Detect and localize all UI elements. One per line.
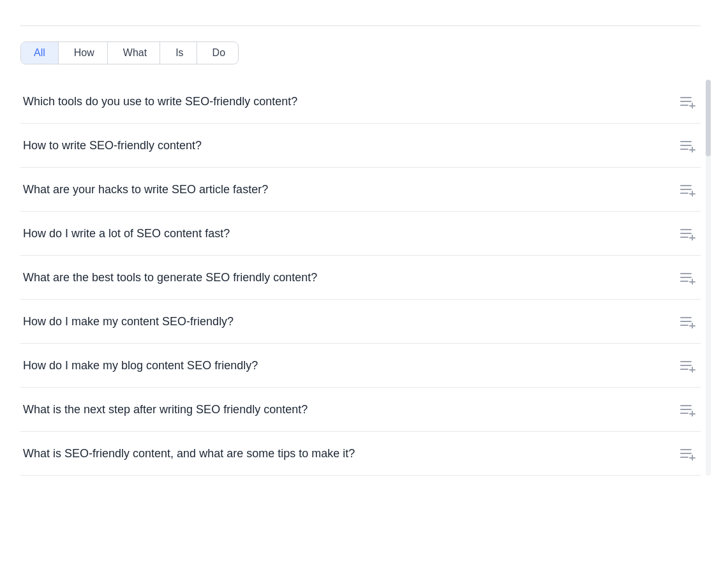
question-text: What are the best tools to generate SEO … bbox=[23, 271, 667, 284]
question-text: What is the next step after writing SEO … bbox=[23, 403, 667, 416]
question-text: How do I write a lot of SEO content fast… bbox=[23, 227, 667, 240]
add-to-list-icon[interactable] bbox=[678, 401, 698, 418]
scrollbar[interactable] bbox=[706, 80, 711, 476]
add-to-list-icon[interactable] bbox=[678, 180, 698, 198]
question-text: How do I make my content SEO-friendly? bbox=[23, 315, 667, 328]
filter-tab-all[interactable]: All bbox=[21, 42, 59, 64]
add-to-list-icon[interactable] bbox=[678, 92, 698, 110]
question-item[interactable]: How do I write a lot of SEO content fast… bbox=[20, 212, 701, 256]
question-text: What are your hacks to write SEO article… bbox=[23, 183, 667, 196]
question-item[interactable]: How to write SEO-friendly content? bbox=[20, 124, 701, 168]
question-item[interactable]: What is SEO-friendly content, and what a… bbox=[20, 432, 701, 476]
filter-tab-is[interactable]: Is bbox=[163, 42, 197, 64]
filter-tab-how[interactable]: How bbox=[61, 42, 108, 64]
add-to-list-icon[interactable] bbox=[678, 136, 698, 154]
filter-tab-what[interactable]: What bbox=[110, 42, 160, 64]
question-text: How to write SEO-friendly content? bbox=[23, 139, 667, 152]
question-text: What is SEO-friendly content, and what a… bbox=[23, 447, 667, 460]
page-container: AllHowWhatIsDo Which tools do you use to… bbox=[0, 0, 721, 491]
question-item[interactable]: What are your hacks to write SEO article… bbox=[20, 168, 701, 212]
question-item[interactable]: What are the best tools to generate SEO … bbox=[20, 256, 701, 300]
page-header bbox=[20, 15, 701, 26]
filter-tabs: AllHowWhatIsDo bbox=[20, 41, 239, 64]
questions-list: Which tools do you use to write SEO-frie… bbox=[20, 80, 701, 476]
question-item[interactable]: How do I make my blog content SEO friend… bbox=[20, 344, 701, 388]
question-text: Which tools do you use to write SEO-frie… bbox=[23, 95, 667, 108]
question-text: How do I make my blog content SEO friend… bbox=[23, 359, 667, 372]
question-item[interactable]: Which tools do you use to write SEO-frie… bbox=[20, 80, 701, 124]
question-item[interactable]: What is the next step after writing SEO … bbox=[20, 388, 701, 432]
add-to-list-icon[interactable] bbox=[678, 224, 698, 242]
add-to-list-icon[interactable] bbox=[678, 312, 698, 330]
add-to-list-icon[interactable] bbox=[678, 445, 698, 462]
filter-tab-do[interactable]: Do bbox=[200, 42, 238, 64]
add-to-list-icon[interactable] bbox=[678, 356, 698, 374]
add-to-list-icon[interactable] bbox=[678, 268, 698, 286]
scrollbar-thumb bbox=[706, 80, 711, 156]
question-item[interactable]: How do I make my content SEO-friendly? bbox=[20, 300, 701, 344]
